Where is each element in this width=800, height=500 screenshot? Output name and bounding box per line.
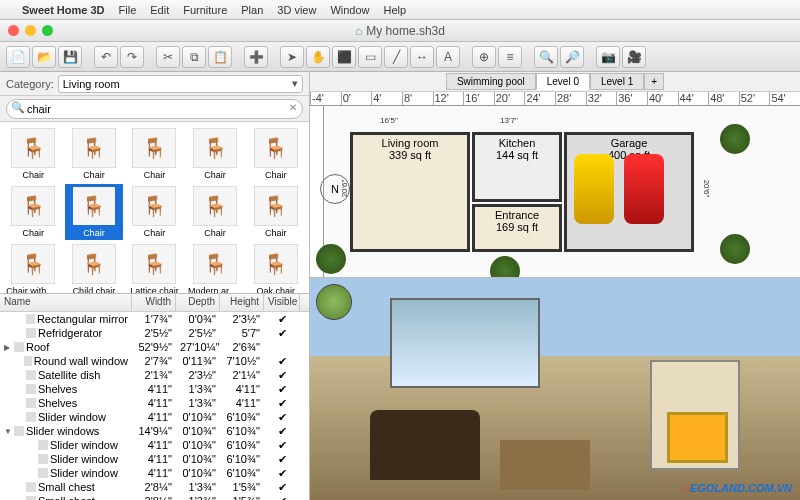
zoom-in-icon[interactable]: 🔍: [534, 46, 558, 68]
catalog-item[interactable]: 🪑Chair: [125, 126, 184, 182]
undo-icon[interactable]: ↶: [94, 46, 118, 68]
catalog-item[interactable]: 🪑Child chair: [65, 242, 124, 294]
furniture-table[interactable]: Name Width Depth Height Visible Rectangu…: [0, 294, 309, 500]
catalog-item[interactable]: 🪑Chair: [246, 126, 305, 182]
close-icon[interactable]: [8, 25, 19, 36]
text-icon[interactable]: A: [436, 46, 460, 68]
col-visible[interactable]: Visible: [264, 294, 300, 311]
col-name[interactable]: Name: [0, 294, 132, 311]
catalog-item[interactable]: 🪑Modern arm...: [186, 242, 245, 294]
table-row[interactable]: Small chest2'8¼"1'3¾"1'5¾"✔: [0, 494, 309, 500]
catalog-item[interactable]: 🪑Chair: [65, 184, 124, 240]
redo-icon[interactable]: ↷: [120, 46, 144, 68]
catalog-item[interactable]: 🪑Oak chair: [246, 242, 305, 294]
item-label: Chair: [6, 228, 60, 238]
table-row[interactable]: Shelves4'11"1'3¾"4'11"✔: [0, 396, 309, 410]
add-furniture-icon[interactable]: ➕: [244, 46, 268, 68]
catalog-item[interactable]: 🪑Chair: [65, 126, 124, 182]
plan-view[interactable]: Swimming pool Level 0 Level 1 + -4'0'4'8…: [310, 72, 800, 278]
tab-level-0[interactable]: Level 0: [536, 73, 590, 90]
table-row[interactable]: Slider window4'11"0'10¾"6'10¾"✔: [0, 438, 309, 452]
catalog-item[interactable]: 🪑Chair with c...: [4, 242, 63, 294]
save-icon[interactable]: 💾: [58, 46, 82, 68]
furniture-icon: [14, 426, 24, 436]
new-icon[interactable]: 📄: [6, 46, 30, 68]
table-row[interactable]: Round wall window2'7¾"0'11¾"7'10½"✔: [0, 354, 309, 368]
pan-icon[interactable]: ✋: [306, 46, 330, 68]
room-kitchen[interactable]: Kitchen 144 sq ft: [472, 132, 562, 202]
photo-icon[interactable]: 📷: [596, 46, 620, 68]
catalog-item[interactable]: 🪑Chair: [186, 184, 245, 240]
item-label: Chair: [188, 170, 242, 180]
table-row[interactable]: Small chest2'8¼"1'3¾"1'5¾"✔: [0, 480, 309, 494]
cut-icon[interactable]: ✂: [156, 46, 180, 68]
traffic-lights: [8, 25, 53, 36]
polyline-icon[interactable]: ╱: [384, 46, 408, 68]
table-header[interactable]: Name Width Depth Height Visible: [0, 294, 309, 312]
col-height[interactable]: Height: [220, 294, 264, 311]
open-icon[interactable]: 📂: [32, 46, 56, 68]
catalog-item[interactable]: 🪑Chair: [4, 184, 63, 240]
item-label: Chair: [6, 170, 60, 180]
tab-swimming-pool[interactable]: Swimming pool: [446, 73, 536, 90]
catalog-item[interactable]: 🪑Chair: [4, 126, 63, 182]
3d-nav-compass-icon[interactable]: [316, 284, 352, 320]
compass-tool-icon[interactable]: ⊕: [472, 46, 496, 68]
table-row[interactable]: Shelves4'11"1'3¾"4'11"✔: [0, 382, 309, 396]
app-name[interactable]: Sweet Home 3D: [22, 4, 105, 16]
table-row[interactable]: Slider window4'11"0'10¾"6'10¾"✔: [0, 466, 309, 480]
table-row[interactable]: ▼ Slider windows14'9¼"0'10¾"6'10¾"✔: [0, 424, 309, 438]
category-select[interactable]: Living room: [58, 75, 303, 93]
menu-edit[interactable]: Edit: [150, 4, 169, 16]
bush-icon[interactable]: [490, 256, 520, 278]
table-row[interactable]: Rectangular mirror1'7¾"0'0¾"2'3½"✔: [0, 312, 309, 326]
col-width[interactable]: Width: [132, 294, 176, 311]
table-row[interactable]: Satellite dish2'1¾"2'3½"2'1¼"✔: [0, 368, 309, 382]
select-icon[interactable]: ➤: [280, 46, 304, 68]
search-input[interactable]: [6, 99, 303, 119]
room-icon[interactable]: ▭: [358, 46, 382, 68]
copy-icon[interactable]: ⧉: [182, 46, 206, 68]
menu-file[interactable]: File: [119, 4, 137, 16]
menu-furniture[interactable]: Furniture: [183, 4, 227, 16]
item-label: Chair: [67, 228, 121, 238]
car-red[interactable]: [624, 154, 664, 224]
catalog-item[interactable]: 🪑Chair: [125, 184, 184, 240]
paste-icon[interactable]: 📋: [208, 46, 232, 68]
menu-help[interactable]: Help: [384, 4, 407, 16]
menu-window[interactable]: Window: [330, 4, 369, 16]
room-living[interactable]: Living room 339 sq ft: [350, 132, 470, 252]
table-row[interactable]: Slider window4'11"0'10¾"6'10¾"✔: [0, 452, 309, 466]
video-icon[interactable]: 🎥: [622, 46, 646, 68]
wall-icon[interactable]: ⬛: [332, 46, 356, 68]
3d-fireplace: [650, 360, 740, 470]
bush-icon[interactable]: [720, 234, 750, 264]
tab-level-1[interactable]: Level 1: [590, 73, 644, 90]
zoom-out-icon[interactable]: 🔎: [560, 46, 584, 68]
table-row[interactable]: Refridgerator2'5½"2'5½"5'7"✔: [0, 326, 309, 340]
room-entrance[interactable]: Entrance 169 sq ft: [472, 204, 562, 252]
furniture-icon: [26, 370, 36, 380]
catalog-item[interactable]: 🪑Chair: [186, 126, 245, 182]
furniture-catalog[interactable]: 🪑Chair🪑Chair🪑Chair🪑Chair🪑Chair🪑Chair🪑Cha…: [0, 122, 309, 294]
tab-add[interactable]: +: [644, 73, 664, 90]
level-icon[interactable]: ≡: [498, 46, 522, 68]
bush-icon[interactable]: [720, 124, 750, 154]
furniture-icon: [26, 314, 35, 324]
catalog-item[interactable]: 🪑Chair: [246, 184, 305, 240]
table-row[interactable]: Slider window4'11"0'10¾"6'10¾"✔: [0, 410, 309, 424]
bush-icon[interactable]: [316, 244, 346, 274]
minimize-icon[interactable]: [25, 25, 36, 36]
dimension-icon[interactable]: ↔: [410, 46, 434, 68]
zoom-icon[interactable]: [42, 25, 53, 36]
col-depth[interactable]: Depth: [176, 294, 220, 311]
catalog-item[interactable]: 🪑Lattice chair: [125, 242, 184, 294]
menu-3dview[interactable]: 3D view: [277, 4, 316, 16]
table-row[interactable]: ▶ Roof52'9½"27'10¼"2'6¾": [0, 340, 309, 354]
menu-plan[interactable]: Plan: [241, 4, 263, 16]
right-panel: Swimming pool Level 0 Level 1 + -4'0'4'8…: [310, 72, 800, 500]
plan-canvas[interactable]: N 16'5" 13'7" 20'6" 20'6" Living room 33…: [310, 106, 800, 278]
item-label: Chair: [249, 170, 303, 180]
car-yellow[interactable]: [574, 154, 614, 224]
3d-view[interactable]: ⌂EGOLAND.COM.VN: [310, 278, 800, 500]
